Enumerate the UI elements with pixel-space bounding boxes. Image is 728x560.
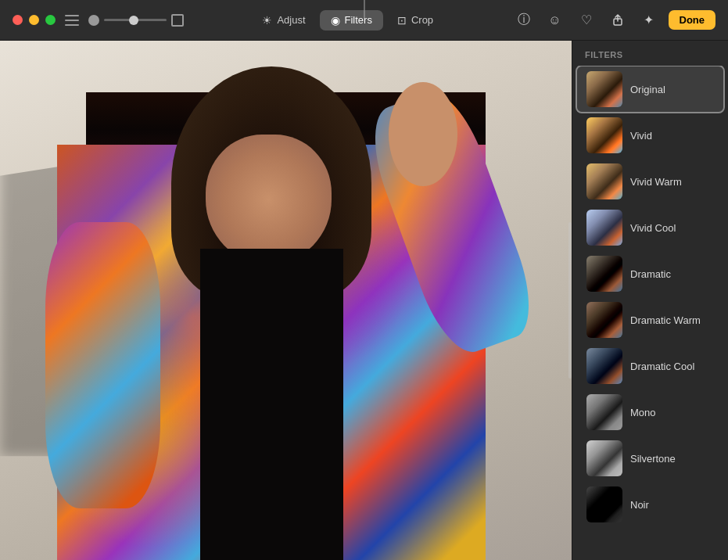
tools-button[interactable]: ✦ [637,9,661,32]
titlebar: ☀ Adjust ◉ Filters ⊡ Crop ⓘ ☺ ♡ ✦ Done [0,0,728,41]
filter-thumb-vivid-cool [586,210,622,246]
filter-label-vivid-warm: Vivid Warm [630,176,682,188]
filter-thumb-noir [586,486,622,522]
filter-label-vivid: Vivid [630,130,652,142]
crop-icon: ⊡ [397,14,407,27]
zoom-track[interactable] [104,19,167,21]
filter-label-mono: Mono [630,407,656,418]
filter-item-dramatic-warm[interactable]: Dramatic Warm [577,297,723,343]
filter-item-dramatic-cool[interactable]: Dramatic Cool [577,343,723,389]
filter-thumb-dramatic-cool [586,348,622,384]
photo-left-arm [45,222,160,508]
photo-hand [389,82,457,186]
filter-item-dramatic[interactable]: Dramatic [577,251,723,296]
filter-label-noir: Noir [630,499,649,511]
filter-item-mono[interactable]: Mono [577,389,723,435]
filter-thumb-vivid-warm [586,163,622,199]
photo-area [0,41,572,560]
filter-list: Original Vivid Vivid Warm Vivid Cool Dra… [572,66,728,560]
maximize-button[interactable] [45,15,56,25]
filter-thumb-mono [586,394,622,430]
minimize-button[interactable] [29,15,39,25]
photo-display [0,41,572,560]
done-button[interactable]: Done [669,10,716,30]
filter-label-original: Original [630,84,665,95]
filters-header: Filters [572,41,728,66]
close-button[interactable] [13,15,23,25]
filter-label-vivid-cool: Vivid Cool [630,222,676,234]
filter-item-original[interactable]: Original [577,66,723,112]
tab-filters[interactable]: ◉ Filters [320,10,383,31]
fullscreen-icon[interactable] [171,14,184,27]
filter-sidebar: Filters Original Vivid Vivid Warm Vivid … [572,41,728,560]
photo-shirt [200,249,343,560]
share-button[interactable] [606,9,629,32]
titlebar-left [13,14,184,27]
sidebar-toggle-button[interactable] [65,15,79,26]
filter-label-dramatic-warm: Dramatic Warm [630,314,701,326]
filter-label-dramatic: Dramatic [630,268,671,280]
main-content: Filters Original Vivid Vivid Warm Vivid … [0,41,728,560]
zoom-slider-area[interactable] [88,14,184,27]
filter-thumb-original [586,71,622,107]
filter-item-noir[interactable]: Noir [577,482,723,527]
tab-adjust[interactable]: ☀ Adjust [251,10,316,31]
filter-label-silvertone: Silvertone [630,453,676,465]
filter-thumb-dramatic-warm [586,302,622,338]
filter-thumb-silvertone [586,440,622,476]
filter-thumb-dramatic [586,256,622,292]
tab-crop[interactable]: ⊡ Crop [386,10,444,31]
heart-button[interactable]: ♡ [575,9,598,32]
zoom-icon [88,15,99,26]
toolbar-tabs: ☀ Adjust ◉ Filters ⊡ Crop [251,10,444,31]
filter-item-silvertone[interactable]: Silvertone [577,436,723,481]
photo-face [206,135,332,264]
filter-indicator-line [364,0,364,19]
titlebar-right: ⓘ ☺ ♡ ✦ Done [512,9,716,32]
info-button[interactable]: ⓘ [512,9,536,32]
filter-item-vivid-cool[interactable]: Vivid Cool [577,205,723,250]
zoom-thumb[interactable] [129,16,138,25]
filter-item-vivid[interactable]: Vivid [577,113,723,158]
photo-scroll-indicator [568,222,572,378]
filter-label-dramatic-cool: Dramatic Cool [630,361,694,372]
filter-thumb-vivid [586,117,622,153]
adjust-icon: ☀ [262,14,272,27]
filters-icon: ◉ [331,14,340,27]
emoji-button[interactable]: ☺ [543,9,567,32]
photo-canvas [0,41,572,560]
filter-item-vivid-warm[interactable]: Vivid Warm [577,159,723,204]
traffic-lights [13,15,56,25]
